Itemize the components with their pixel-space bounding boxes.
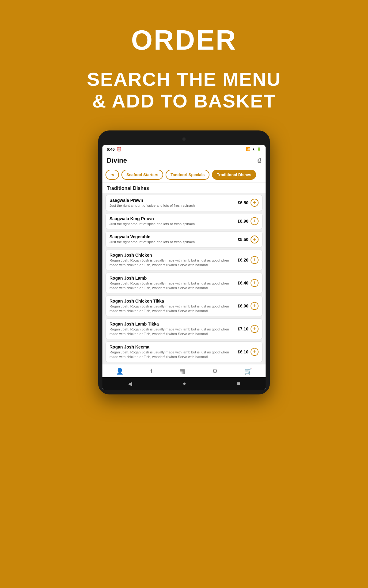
- section-title: Traditional Dishes: [102, 183, 266, 193]
- tablet-screen: 6:46 ⏰ 📶 ▲ 🔋 Divine ⎙ rs Seafood Starter…: [102, 145, 266, 390]
- menu-item-name: Rogan Josh Lamb: [109, 276, 235, 281]
- menu-item-price: £8.90: [238, 219, 248, 224]
- table-row: Rogan Josh Chicken Rogan Josh. Rogan Jos…: [105, 250, 263, 270]
- menu-item-right: £6.90 +: [238, 302, 259, 310]
- menu-item-info: Rogan Josh Lamb Rogan Josh. Rogan Josh i…: [109, 276, 235, 290]
- menu-item-desc: Rogan Josh. Rogan Josh is usually made w…: [109, 304, 235, 313]
- add-item-button[interactable]: +: [251, 217, 259, 225]
- menu-item-name: Rogan Josh Chicken Tikka: [109, 299, 235, 303]
- basket-icon: 🛒: [244, 368, 252, 375]
- menu-item-info: Rogan Josh Lamb Tikka Rogan Josh. Rogan …: [109, 322, 235, 336]
- tab-traditional-dishes[interactable]: Traditional Dishes: [212, 170, 256, 180]
- android-recent-button[interactable]: ■: [237, 380, 240, 387]
- menu-item-desc: Rogan Josh. Rogan Josh is usually made w…: [109, 327, 235, 336]
- nav-menu-button[interactable]: ▦: [179, 368, 185, 375]
- menu-item-price: £6.10: [238, 349, 248, 354]
- info-icon: ℹ: [150, 368, 153, 375]
- menu-item-right: £5.50 +: [238, 236, 259, 243]
- menu-item-desc: Rogan Josh. Rogan Josh is usually made w…: [109, 350, 235, 359]
- menu-item-right: £6.10 +: [238, 348, 259, 356]
- signal-icon: ▲: [252, 147, 255, 151]
- menu-item-price: £6.90: [238, 303, 248, 308]
- tab-seafood-starters[interactable]: Seafood Starters: [121, 170, 163, 180]
- wifi-icon: 📶: [246, 147, 251, 151]
- menu-item-desc: Rogan Josh. Rogan Josh is usually made w…: [109, 281, 235, 290]
- menu-item-desc: Just the right amount of spice and lots …: [109, 222, 235, 226]
- tablet-device: 6:46 ⏰ 📶 ▲ 🔋 Divine ⎙ rs Seafood Starter…: [98, 130, 270, 394]
- table-row: Rogan Josh Chicken Tikka Rogan Josh. Rog…: [105, 296, 263, 316]
- tab-tandoori-specials[interactable]: Tandoori Specials: [166, 170, 209, 180]
- menu-item-info: Rogan Josh Chicken Tikka Rogan Josh. Rog…: [109, 299, 235, 313]
- menu-item-info: Saagwala Vegetable Just the right amount…: [109, 234, 235, 244]
- add-item-button[interactable]: +: [251, 199, 259, 207]
- menu-item-info: Saagwala Prawn Just the right amount of …: [109, 198, 235, 208]
- menu-content: Saagwala Prawn Just the right amount of …: [102, 193, 266, 364]
- menu-item-info: Saagwala King Prawn Just the right amoun…: [109, 216, 235, 226]
- menu-item-right: £8.90 +: [238, 217, 259, 225]
- battery-icon: 🔋: [257, 147, 261, 151]
- add-item-button[interactable]: +: [251, 279, 259, 287]
- add-item-button[interactable]: +: [251, 256, 259, 264]
- menu-item-name: Saagwala Vegetable: [109, 234, 235, 239]
- page-subtitle: SEARCH THE MENU& ADD TO BASKET: [87, 68, 281, 112]
- menu-icon: ▦: [179, 368, 185, 375]
- add-item-button[interactable]: +: [251, 236, 259, 243]
- app-title: Divine: [107, 156, 127, 164]
- nav-settings-button[interactable]: ⚙: [212, 368, 218, 375]
- nav-info-button[interactable]: ℹ: [150, 368, 153, 375]
- menu-item-name: Saagwala King Prawn: [109, 216, 235, 221]
- alarm-icon: ⏰: [117, 147, 121, 152]
- table-row: Rogan Josh Lamb Tikka Rogan Josh. Rogan …: [105, 318, 263, 339]
- menu-item-right: £6.50 +: [238, 199, 259, 207]
- menu-item-desc: Just the right amount of spice and lots …: [109, 203, 235, 208]
- settings-icon: ⚙: [212, 368, 218, 375]
- add-item-button[interactable]: +: [251, 348, 259, 356]
- table-row: Rogan Josh Lamb Rogan Josh. Rogan Josh i…: [105, 273, 263, 293]
- menu-item-right: £6.20 +: [238, 256, 259, 264]
- menu-item-right: £7.10 +: [238, 325, 259, 333]
- menu-item-info: Rogan Josh Keema Rogan Josh. Rogan Josh …: [109, 345, 235, 359]
- table-row: Saagwala Prawn Just the right amount of …: [105, 195, 263, 211]
- tablet-camera: [182, 138, 186, 141]
- menu-item-name: Saagwala Prawn: [109, 198, 235, 203]
- table-row: Saagwala King Prawn Just the right amoun…: [105, 213, 263, 229]
- menu-item-price: £7.10: [238, 326, 248, 331]
- table-row: Rogan Josh Keema Rogan Josh. Rogan Josh …: [105, 341, 263, 362]
- menu-item-desc: Rogan Josh. Rogan Josh is usually made w…: [109, 258, 235, 267]
- share-button[interactable]: ⎙: [258, 157, 261, 164]
- app-header: Divine ⎙: [102, 153, 266, 167]
- nav-basket-button[interactable]: 🛒: [244, 368, 252, 375]
- status-icons: 📶 ▲ 🔋: [246, 147, 261, 151]
- menu-item-price: £6.40: [238, 281, 248, 285]
- menu-item-price: £6.50: [238, 200, 248, 205]
- menu-item-name: Rogan Josh Chicken: [109, 253, 235, 258]
- menu-item-price: £5.50: [238, 237, 248, 242]
- android-back-button[interactable]: ◀: [128, 380, 132, 387]
- page-title: ORDER: [131, 24, 237, 56]
- android-home-button[interactable]: ●: [183, 380, 186, 387]
- add-item-button[interactable]: +: [251, 325, 259, 333]
- tablet-top-bar: [102, 136, 266, 142]
- menu-item-name: Rogan Josh Lamb Tikka: [109, 322, 235, 326]
- android-nav-bar: ◀ ● ■: [102, 377, 266, 390]
- menu-item-name: Rogan Josh Keema: [109, 345, 235, 349]
- tab-partial-left[interactable]: rs: [105, 170, 119, 180]
- menu-item-right: £6.40 +: [238, 279, 259, 287]
- add-item-button[interactable]: +: [251, 302, 259, 310]
- status-bar: 6:46 ⏰ 📶 ▲ 🔋: [102, 145, 266, 153]
- status-time: 6:46 ⏰: [107, 147, 121, 152]
- profile-icon: 👤: [116, 368, 124, 375]
- bottom-nav: 👤 ℹ ▦ ⚙ 🛒: [102, 364, 266, 377]
- table-row: Saagwala Vegetable Just the right amount…: [105, 231, 263, 247]
- menu-item-price: £6.20: [238, 258, 248, 262]
- nav-profile-button[interactable]: 👤: [116, 368, 124, 375]
- menu-item-desc: Just the right amount of spice and lots …: [109, 240, 235, 244]
- category-tabs: rs Seafood Starters Tandoori Specials Tr…: [102, 167, 266, 183]
- menu-item-info: Rogan Josh Chicken Rogan Josh. Rogan Jos…: [109, 253, 235, 267]
